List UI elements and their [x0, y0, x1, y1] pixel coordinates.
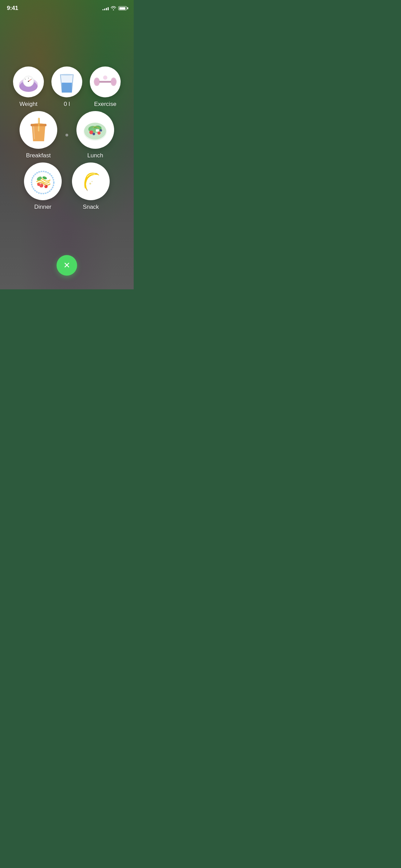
exercise-circle [90, 67, 121, 97]
dinner-circle [24, 162, 62, 200]
svg-point-38 [37, 183, 40, 186]
exercise-icon [93, 72, 117, 92]
svg-point-32 [32, 172, 53, 193]
snack-circle [72, 162, 110, 200]
svg-point-41 [89, 183, 91, 184]
svg-point-10 [60, 74, 73, 76]
weight-circle [13, 67, 44, 97]
lunch-icon [82, 116, 109, 144]
water-item[interactable]: 0 l [51, 67, 82, 108]
signal-bars-icon [102, 6, 109, 10]
row-top: Weight 0 l [13, 67, 121, 108]
svg-rect-13 [99, 81, 111, 83]
snack-item[interactable]: Snack [72, 162, 110, 210]
dinner-item[interactable]: Dinner [24, 162, 62, 210]
exercise-label: Exercise [94, 101, 116, 108]
svg-rect-28 [96, 129, 99, 132]
svg-point-29 [93, 133, 95, 135]
main-grid: Weight 0 l [0, 12, 134, 210]
weight-item[interactable]: Weight [13, 67, 44, 108]
status-bar: 9:41 [0, 0, 134, 12]
svg-point-30 [100, 129, 102, 132]
page-dot [65, 134, 68, 136]
svg-point-16 [103, 75, 107, 80]
lunch-label: Lunch [87, 152, 103, 159]
status-time: 9:41 [7, 5, 18, 12]
water-glass-icon [57, 70, 77, 94]
weight-scale-icon [16, 70, 40, 94]
row-bottom: Dinner Snack [24, 162, 110, 210]
water-label: 0 l [64, 101, 70, 108]
breakfast-label: Breakfast [26, 152, 51, 159]
exercise-item[interactable]: Exercise [90, 67, 121, 108]
breakfast-item[interactable]: Breakfast [20, 111, 57, 159]
close-button[interactable]: ✕ [57, 255, 77, 276]
lunch-item[interactable]: Lunch [76, 111, 114, 159]
battery-icon [118, 6, 127, 10]
water-circle [51, 67, 82, 97]
svg-point-20 [32, 123, 45, 126]
svg-point-37 [44, 185, 48, 188]
svg-point-15 [111, 79, 116, 85]
svg-point-39 [40, 184, 41, 185]
close-icon: ✕ [63, 261, 70, 269]
svg-point-40 [45, 185, 46, 186]
svg-point-9 [28, 81, 29, 82]
svg-point-42 [92, 181, 93, 182]
breakfast-circle [20, 111, 57, 149]
lunch-circle [76, 111, 114, 149]
snack-label: Snack [83, 204, 99, 210]
weight-label: Weight [20, 101, 38, 108]
dinner-icon [29, 167, 57, 195]
breakfast-icon [26, 116, 51, 144]
svg-point-12 [95, 79, 99, 85]
snack-icon [79, 169, 103, 193]
status-icons [102, 6, 127, 10]
wifi-icon [111, 6, 116, 10]
row-middle: Breakfast [20, 111, 114, 159]
svg-point-27 [97, 131, 100, 134]
dinner-label: Dinner [34, 204, 51, 210]
